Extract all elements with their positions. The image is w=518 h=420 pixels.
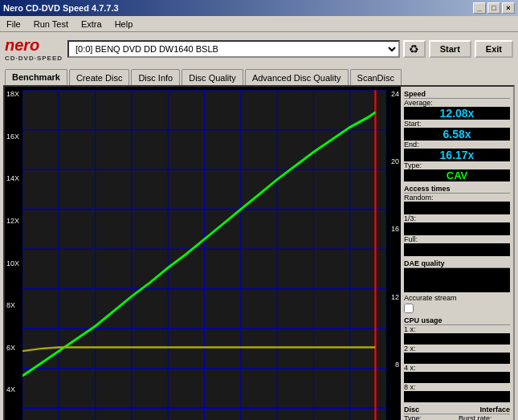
one-third-label: 1/3: bbox=[404, 214, 510, 222]
header: nero CD·DVD·SPEED [0:0] BENQ DVD DD DW16… bbox=[0, 32, 518, 66]
maximize-button[interactable]: □ bbox=[487, 2, 500, 14]
tab-benchmark[interactable]: Benchmark bbox=[5, 69, 67, 85]
interface-label: Interface bbox=[479, 406, 510, 414]
disc-type-row: Type: DVD+R Length: 4.38 GB Burst rate: bbox=[404, 414, 510, 420]
logo-sub: CD·DVD·SPEED bbox=[5, 55, 63, 62]
random-value bbox=[404, 202, 510, 214]
end-label: End: bbox=[404, 141, 510, 149]
cpu-2x-label: 2 x: bbox=[404, 345, 510, 353]
accurate-stream-check bbox=[404, 304, 510, 313]
drive-select-group: [0:0] BENQ DVD DD DW1640 BSLB ♻ Start Ex… bbox=[67, 40, 513, 58]
chart-svg bbox=[22, 90, 386, 420]
tab-disc-info[interactable]: Disc Info bbox=[131, 69, 180, 85]
start-label: Start: bbox=[404, 120, 510, 128]
tab-advanced-disc-quality[interactable]: Advanced Disc Quality bbox=[245, 69, 349, 85]
disc-label: Disc bbox=[404, 406, 419, 414]
y-label-12x: 12X bbox=[6, 217, 19, 225]
y-right-8: 8 bbox=[391, 361, 399, 369]
menu-file[interactable]: File bbox=[3, 18, 24, 31]
tab-disc-quality[interactable]: Disc Quality bbox=[182, 69, 243, 85]
y-label-4x: 4X bbox=[6, 385, 19, 393]
cpu-2x-bar bbox=[404, 353, 510, 364]
menu-extra[interactable]: Extra bbox=[78, 18, 105, 31]
chart-area: 18X 16X 14X 12X 10X 8X 6X 4X 2X 24 20 16… bbox=[5, 87, 401, 420]
speed-header: Speed bbox=[404, 90, 510, 99]
y-axis-left: 18X 16X 14X 12X 10X 8X 6X 4X 2X bbox=[6, 90, 19, 420]
average-label: Average: bbox=[404, 99, 510, 107]
interface-info: Burst rate: bbox=[459, 414, 510, 420]
exit-button[interactable]: Exit bbox=[475, 40, 513, 58]
tab-scandisc[interactable]: ScanDisc bbox=[350, 69, 402, 85]
menu-help[interactable]: Help bbox=[112, 18, 137, 31]
window-controls[interactable]: _ □ × bbox=[473, 2, 515, 14]
y-right-20: 20 bbox=[391, 157, 399, 165]
cpu-8x-label: 8 x: bbox=[404, 383, 510, 391]
type-value: CAV bbox=[404, 169, 510, 181]
dae-value bbox=[404, 268, 510, 292]
accurate-stream-checkbox[interactable] bbox=[404, 304, 414, 313]
main-panel: 18X 16X 14X 12X 10X 8X 6X 4X 2X 24 20 16… bbox=[3, 85, 515, 420]
start-button[interactable]: Start bbox=[429, 40, 471, 58]
tab-create-disc[interactable]: Create Disc bbox=[69, 69, 129, 85]
y-right-24: 24 bbox=[391, 90, 399, 98]
cpu-4x-label: 4 x: bbox=[404, 364, 510, 372]
disc-header: Disc Interface bbox=[404, 406, 510, 414]
random-label: Random: bbox=[404, 194, 510, 202]
disc-section: Disc Interface Type: DVD+R Length: 4.38 … bbox=[404, 406, 510, 420]
drive-select[interactable]: [0:0] BENQ DVD DD DW1640 BSLB bbox=[67, 40, 400, 58]
app-title: Nero CD-DVD Speed 4.7.7.3 bbox=[3, 3, 119, 13]
y-label-10x: 10X bbox=[6, 259, 19, 267]
right-panel: Speed Average: 12.08x Start: 6.58x End: … bbox=[401, 87, 513, 420]
close-button[interactable]: × bbox=[502, 2, 515, 14]
y-axis-right: 24 20 16 12 8 4 bbox=[391, 90, 399, 420]
cpu-8x-bar bbox=[404, 391, 510, 402]
end-value: 16.17x bbox=[404, 149, 510, 161]
y-right-12: 12 bbox=[391, 293, 399, 301]
disc-type-info: Type: DVD+R Length: 4.38 GB bbox=[404, 414, 455, 420]
y-label-18x: 18X bbox=[6, 90, 19, 98]
menu-run-test[interactable]: Run Test bbox=[31, 18, 71, 31]
dae-header: DAE quality bbox=[404, 259, 510, 268]
title-bar: Nero CD-DVD Speed 4.7.7.3 _ □ × bbox=[0, 0, 518, 16]
access-times-content: Random: 1/3: Full: bbox=[404, 194, 510, 256]
y-label-8x: 8X bbox=[6, 301, 19, 309]
cpu-4x-bar bbox=[404, 372, 510, 383]
menu-bar: File Run Test Extra Help bbox=[0, 16, 518, 32]
minimize-button[interactable]: _ bbox=[473, 2, 486, 14]
chart-container: 18X 16X 14X 12X 10X 8X 6X 4X 2X 24 20 16… bbox=[5, 87, 401, 420]
refresh-button[interactable]: ♻ bbox=[403, 40, 426, 58]
dae-section: DAE quality Accurate stream bbox=[404, 259, 510, 313]
cpu-header: CPU usage bbox=[404, 316, 510, 325]
burst-rate-label: Burst rate: bbox=[459, 414, 510, 420]
access-times-section: Access times Random: 1/3: Full: bbox=[404, 185, 510, 256]
cpu-1x-label: 1 x: bbox=[404, 325, 510, 333]
start-value: 6.58x bbox=[404, 128, 510, 141]
y-label-6x: 6X bbox=[6, 344, 19, 352]
tab-bar: Benchmark Create Disc Disc Info Disc Qua… bbox=[0, 66, 518, 85]
y-label-14x: 14X bbox=[6, 174, 19, 182]
one-third-value bbox=[404, 222, 510, 235]
logo: nero CD·DVD·SPEED bbox=[5, 36, 63, 62]
access-random: Random: 1/3: Full: bbox=[404, 194, 510, 256]
cpu-section: CPU usage 1 x: 2 x: 4 x: 8 x: bbox=[404, 316, 510, 402]
access-times-header: Access times bbox=[404, 185, 510, 194]
disc-type-label: Type: bbox=[404, 414, 455, 420]
speed-section: Speed Average: 12.08x Start: 6.58x End: … bbox=[404, 90, 510, 181]
y-label-16x: 16X bbox=[6, 133, 19, 141]
logo-nero: nero bbox=[5, 36, 39, 55]
full-label: Full: bbox=[404, 235, 510, 243]
cpu-1x-bar bbox=[404, 333, 510, 345]
full-value bbox=[404, 243, 510, 256]
y-right-16: 16 bbox=[391, 225, 399, 233]
type-label: Type: bbox=[404, 161, 510, 169]
accurate-stream-label: Accurate stream bbox=[404, 294, 510, 302]
average-value: 12.08x bbox=[404, 107, 510, 120]
